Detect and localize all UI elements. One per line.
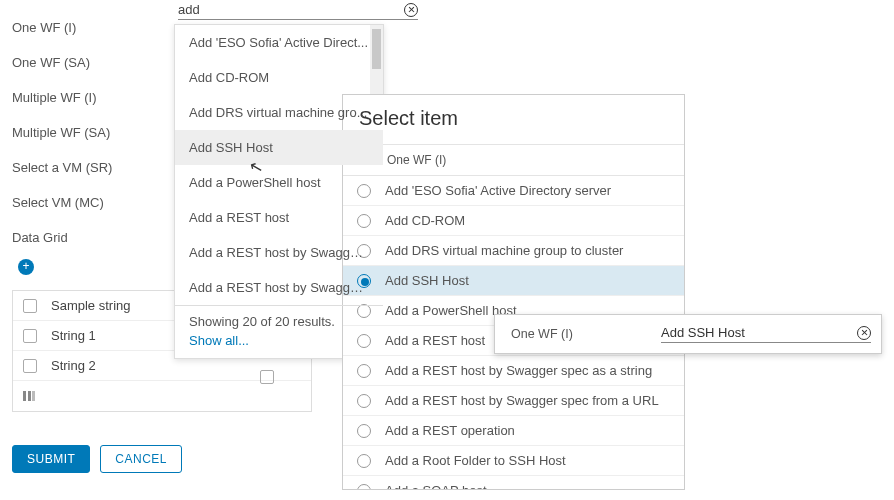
popover-label: One WF (I) bbox=[511, 327, 661, 341]
select-all-checkbox[interactable] bbox=[23, 299, 37, 313]
select-item-panel: Select item One WF (I) Add 'ESO Sofia' A… bbox=[342, 94, 685, 490]
sidebar-item[interactable]: Data Grid bbox=[12, 220, 170, 255]
option-label: Add a REST operation bbox=[385, 423, 515, 438]
row-checkbox[interactable] bbox=[23, 359, 37, 373]
option-row[interactable]: Add a SOAP host bbox=[343, 476, 684, 490]
dropdown-item[interactable]: Add 'ESO Sofia' Active Direct... bbox=[175, 25, 383, 60]
panel-title: Select item bbox=[343, 95, 684, 144]
show-all-link[interactable]: Show all... bbox=[189, 333, 369, 348]
columns-icon[interactable] bbox=[23, 391, 35, 401]
option-row[interactable]: Add SSH Host bbox=[343, 266, 684, 296]
panel-group-header: One WF (I) bbox=[343, 144, 684, 176]
table-footer bbox=[13, 381, 311, 411]
search-value: add bbox=[178, 2, 404, 17]
add-icon[interactable]: + bbox=[18, 259, 34, 275]
option-row[interactable]: Add CD-ROM bbox=[343, 206, 684, 236]
dropdown-item[interactable]: Add a PowerShell host bbox=[175, 165, 383, 200]
option-label: Add a REST host by Swagger spec as a str… bbox=[385, 363, 652, 378]
result-count: Showing 20 of 20 results. bbox=[189, 314, 335, 329]
option-label: Add SSH Host bbox=[385, 273, 469, 288]
sidebar-item[interactable]: One WF (I) bbox=[12, 10, 170, 45]
clear-icon[interactable] bbox=[857, 326, 871, 340]
sidebar-item[interactable]: Multiple WF (SA) bbox=[12, 115, 170, 150]
sidebar: One WF (I) One WF (SA) Multiple WF (I) M… bbox=[0, 0, 170, 285]
checkbox[interactable] bbox=[260, 370, 274, 384]
form-buttons: SUBMIT CANCEL bbox=[12, 445, 182, 473]
radio-icon[interactable] bbox=[357, 484, 371, 491]
dropdown-item[interactable]: Add a REST host by Swagger... bbox=[175, 235, 383, 270]
dropdown-item[interactable]: Add CD-ROM bbox=[175, 60, 383, 95]
option-row[interactable]: Add a Root Folder to SSH Host bbox=[343, 446, 684, 476]
option-row[interactable]: Add a REST operation bbox=[343, 416, 684, 446]
option-label: Add DRS virtual machine group to cluster bbox=[385, 243, 623, 258]
option-label: Add a SOAP host bbox=[385, 483, 487, 490]
radio-icon[interactable] bbox=[357, 424, 371, 438]
selection-popover: One WF (I) Add SSH Host bbox=[494, 314, 882, 354]
submit-button[interactable]: SUBMIT bbox=[12, 445, 90, 473]
row-checkbox[interactable] bbox=[23, 329, 37, 343]
search-input[interactable]: add bbox=[178, 2, 418, 20]
option-label: Add a REST host by Swagger spec from a U… bbox=[385, 393, 659, 408]
option-label: Add a Root Folder to SSH Host bbox=[385, 453, 566, 468]
sidebar-item[interactable]: Select VM (MC) bbox=[12, 185, 170, 220]
radio-icon[interactable] bbox=[357, 394, 371, 408]
option-label: Add CD-ROM bbox=[385, 213, 465, 228]
popover-input[interactable]: Add SSH Host bbox=[661, 325, 871, 343]
option-row[interactable]: Add a REST host by Swagger spec as a str… bbox=[343, 356, 684, 386]
dropdown-item[interactable]: Add DRS virtual machine gro... bbox=[175, 95, 383, 130]
option-label: Add 'ESO Sofia' Active Directory server bbox=[385, 183, 611, 198]
sidebar-item[interactable]: One WF (SA) bbox=[12, 45, 170, 80]
dropdown-item[interactable]: Add SSH Host bbox=[175, 130, 383, 165]
sidebar-item[interactable]: Multiple WF (I) bbox=[12, 80, 170, 115]
cancel-button[interactable]: CANCEL bbox=[100, 445, 182, 473]
option-row[interactable]: Add 'ESO Sofia' Active Directory server bbox=[343, 176, 684, 206]
autocomplete-dropdown: Add 'ESO Sofia' Active Direct... Add CD-… bbox=[174, 24, 384, 359]
dropdown-item[interactable]: Add a REST host bbox=[175, 200, 383, 235]
popover-value: Add SSH Host bbox=[661, 325, 857, 340]
radio-icon[interactable] bbox=[357, 454, 371, 468]
dropdown-item[interactable]: Add a REST host by Swagger... bbox=[175, 270, 383, 305]
radio-icon[interactable] bbox=[357, 364, 371, 378]
sidebar-item[interactable]: Select a VM (SR) bbox=[12, 150, 170, 185]
option-label: Add a REST host bbox=[385, 333, 485, 348]
option-row[interactable]: Add a REST host by Swagger spec from a U… bbox=[343, 386, 684, 416]
clear-icon[interactable] bbox=[404, 3, 418, 17]
dropdown-footer: Showing 20 of 20 results. Show all... bbox=[175, 305, 383, 358]
option-row[interactable]: Add DRS virtual machine group to cluster bbox=[343, 236, 684, 266]
